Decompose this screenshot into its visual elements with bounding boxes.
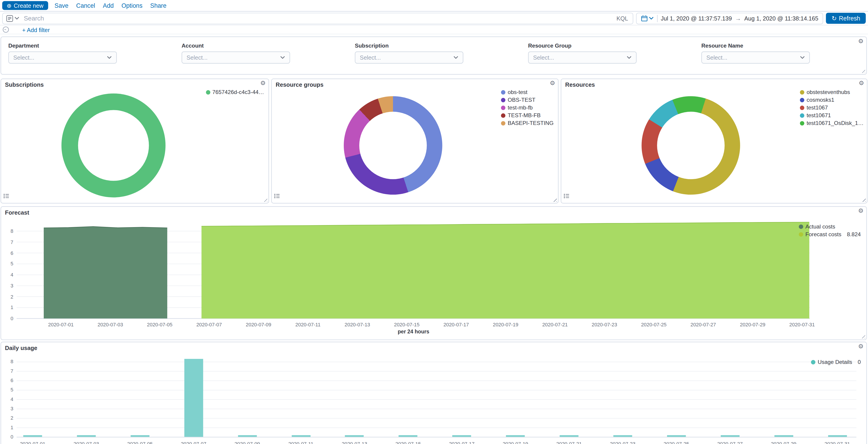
add-filter-button[interactable]: + Add filter <box>22 26 50 33</box>
legend-color-dot <box>501 98 505 102</box>
y-tick-label: 2 <box>2 415 13 421</box>
usage-bar <box>399 435 417 437</box>
control-label: Department <box>8 42 117 49</box>
select-placeholder: Select... <box>360 54 381 61</box>
search-input[interactable] <box>23 14 612 22</box>
panel-title[interactable]: Daily usage <box>5 345 37 351</box>
panel-resize-handle[interactable] <box>860 68 865 73</box>
subscription-select[interactable]: Select... <box>355 52 463 64</box>
resource-groups-donut-chart[interactable] <box>344 96 442 195</box>
divider <box>657 14 657 22</box>
panel-options-gear-icon[interactable]: ⚙ <box>858 38 863 44</box>
refresh-icon: ↻ <box>832 14 837 22</box>
daily-usage-panel: Daily usage ⚙ 876543210 2020-07-012020-0… <box>0 342 867 444</box>
panel-title[interactable]: Resource groups <box>276 81 323 88</box>
x-tick-label: 2020-07-27 <box>712 441 748 444</box>
legend-item[interactable]: obs-test <box>501 89 553 95</box>
resource-groups-panel: Resource groups ⚙ obs-testOBS-TESTtest-m… <box>271 78 559 203</box>
y-tick-label: 0 <box>2 316 13 321</box>
panel-options-gear-icon[interactable]: ⚙ <box>858 343 863 349</box>
legend-value: 0 <box>858 359 861 365</box>
panel-resize-handle[interactable] <box>861 197 866 202</box>
filter-options-icon[interactable] <box>3 27 9 33</box>
topnav-link-share[interactable]: Share <box>150 2 166 9</box>
legend-value: 8.824 <box>847 231 861 237</box>
x-tick-label: 2020-07-17 <box>444 441 479 444</box>
create-new-button[interactable]: ⊕ Create new <box>2 1 48 10</box>
legend-toggle-icon[interactable] <box>564 192 570 201</box>
legend-label: Actual costs <box>805 224 835 230</box>
end-date-button[interactable]: Aug 1, 2020 @ 11:38:14.165 <box>744 15 818 22</box>
legend-item[interactable]: test10671_OsDisk_1… <box>800 120 863 126</box>
y-tick-label: 7 <box>2 368 13 374</box>
legend-item[interactable]: TEST-MB-FB <box>501 112 553 118</box>
usage-bar <box>238 435 257 437</box>
legend-item[interactable]: OBS-TEST <box>501 97 553 103</box>
legend-toggle-icon[interactable] <box>3 192 9 201</box>
legend-label: TEST-MB-FB <box>508 112 540 118</box>
x-tick-label: 2020-07-07 <box>176 441 211 444</box>
panel-resize-handle[interactable] <box>552 197 557 202</box>
panel-options-gear-icon[interactable]: ⚙ <box>550 80 555 86</box>
select-placeholder: Select... <box>533 54 554 61</box>
x-tick-label: 2020-07-31 <box>819 441 855 444</box>
panel-options-gear-icon[interactable]: ⚙ <box>859 80 864 86</box>
legend-item[interactable]: 7657426d-c4c3-44… <box>206 89 264 95</box>
panel-options-gear-icon[interactable]: ⚙ <box>858 208 863 214</box>
subscriptions-donut-chart[interactable] <box>62 94 166 198</box>
chart-legend: obs-testOBS-TESTtest-mb-fbTEST-MB-FBBASE… <box>501 89 553 126</box>
legend-item[interactable]: test1067 <box>800 104 863 111</box>
date-picker: Jul 1, 2020 @ 11:37:57.139 → Aug 1, 2020… <box>636 12 823 24</box>
control-subscription: SubscriptionSelect... <box>355 42 463 64</box>
panel-resize-handle[interactable] <box>262 197 268 202</box>
legend-label: test10671_OsDisk_1… <box>807 120 864 126</box>
panel-title[interactable]: Subscriptions <box>5 81 44 88</box>
x-tick-label: 2020-07-07 <box>191 322 227 327</box>
topnav-link-add[interactable]: Add <box>103 2 114 9</box>
legend-item[interactable]: Usage Details0 <box>811 359 861 365</box>
legend-toggle-icon[interactable] <box>274 192 280 201</box>
x-tick-label: 2020-07-09 <box>229 441 265 444</box>
start-date-button[interactable]: Jul 1, 2020 @ 11:37:57.139 <box>661 15 732 22</box>
account-select[interactable]: Select... <box>182 52 290 64</box>
date-range-arrow: → <box>735 15 741 22</box>
x-tick-label: 2020-07-21 <box>537 322 573 327</box>
query-language-button[interactable]: KQL <box>615 15 629 22</box>
legend-label: cosmosks1 <box>807 97 835 103</box>
department-select[interactable]: Select... <box>8 52 117 64</box>
calendar-icon <box>641 15 648 22</box>
refresh-button[interactable]: ↻ Refresh <box>826 13 866 24</box>
legend-item[interactable]: obstesteventhubs <box>800 89 863 95</box>
forecast-area-chart <box>1 207 866 340</box>
usage-bar <box>560 435 579 437</box>
chart-legend: Actual costsForecast costs8.824 <box>799 224 861 237</box>
topnav-link-options[interactable]: Options <box>121 2 143 9</box>
chevron-down-icon <box>280 56 285 59</box>
y-tick-label: 5 <box>2 387 13 392</box>
legend-item[interactable]: Forecast costs8.824 <box>799 231 861 237</box>
control-resource-group: Resource GroupSelect... <box>528 42 637 64</box>
chevron-down-icon <box>453 56 458 59</box>
legend-label: BASEPI-TESTING <box>508 120 554 126</box>
legend-item[interactable]: BASEPI-TESTING <box>501 120 553 126</box>
topnav-link-cancel[interactable]: Cancel <box>76 2 95 9</box>
x-tick-label: 2020-07-13 <box>340 322 375 327</box>
panel-title[interactable]: Forecast <box>5 209 29 215</box>
panel-options-gear-icon[interactable]: ⚙ <box>260 80 266 86</box>
x-tick-label: 2020-07-27 <box>685 322 721 327</box>
topnav-link-save[interactable]: Save <box>55 2 68 9</box>
legend-item[interactable]: test-mb-fb <box>501 104 553 111</box>
saved-query-menu-button[interactable] <box>6 14 19 22</box>
legend-item[interactable]: test10671 <box>800 112 863 118</box>
control-label: Resource Group <box>528 42 637 49</box>
legend-item[interactable]: cosmosks1 <box>800 97 863 103</box>
panel-title[interactable]: Resources <box>565 81 595 88</box>
resource-name-select[interactable]: Select... <box>702 52 810 64</box>
usage-bar <box>453 435 471 437</box>
y-tick-label: 8 <box>2 229 13 234</box>
resource-group-select[interactable]: Select... <box>528 52 637 64</box>
legend-item[interactable]: Actual costs <box>799 224 861 230</box>
quick-select-button[interactable] <box>641 15 654 22</box>
resources-donut-chart[interactable] <box>642 96 740 195</box>
legend-label: test1067 <box>807 104 828 111</box>
